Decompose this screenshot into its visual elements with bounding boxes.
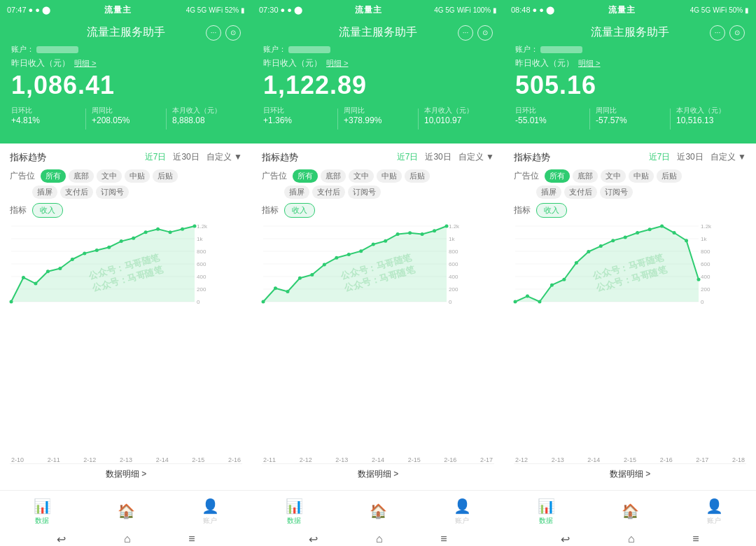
filter-tag-1[interactable]: 底部: [69, 169, 94, 183]
stat-divider: [85, 108, 86, 130]
filter-tag-4[interactable]: 后贴: [153, 169, 178, 183]
stat-label-0: 日环比: [11, 106, 80, 115]
scan-icon[interactable]: ⊙: [477, 25, 493, 41]
battery: 100% ▮: [473, 6, 497, 14]
nav-home[interactable]: 🏠: [588, 503, 672, 521]
detail-link[interactable]: 明细 >: [74, 58, 96, 69]
detail-link[interactable]: 明细 >: [578, 58, 600, 69]
data-detail-row[interactable]: 数据明细 >: [262, 463, 494, 483]
filter-tag-0[interactable]: 所有: [41, 169, 66, 183]
filter-tag2-1[interactable]: 支付后: [312, 186, 345, 199]
filter-tag-1[interactable]: 底部: [321, 169, 346, 183]
metric-tag[interactable]: 收入: [536, 203, 567, 218]
filter-tag-3[interactable]: 中贴: [377, 169, 402, 183]
stat-divider: [589, 108, 590, 130]
filter-tag-0[interactable]: 所有: [293, 169, 318, 183]
filter-tag2-1[interactable]: 支付后: [564, 186, 597, 199]
home-gesture[interactable]: ⌂: [124, 533, 131, 545]
tab-custom[interactable]: 自定义 ▼: [206, 151, 242, 163]
menu-gesture[interactable]: ≡: [188, 533, 195, 545]
menu-gesture[interactable]: ≡: [440, 533, 447, 545]
filter-tag2-0[interactable]: 插屏: [536, 186, 561, 199]
filter-tag-4[interactable]: 后贴: [657, 169, 682, 183]
tab-7day[interactable]: 近7日: [145, 150, 167, 164]
account-row: 账户：: [515, 44, 745, 55]
nav-data-icon: 📊: [286, 498, 303, 514]
svg-point-50: [335, 256, 338, 260]
back-gesture[interactable]: ↩: [561, 533, 570, 546]
detail-link[interactable]: 明细 >: [326, 58, 348, 69]
filter-tag2-0[interactable]: 插屏: [284, 186, 309, 199]
bottom-nav: 📊 数据 🏠 👤 账户: [0, 490, 252, 532]
back-gesture[interactable]: ↩: [57, 533, 66, 546]
svg-point-15: [22, 276, 25, 279]
tab-30day[interactable]: 近30日: [677, 150, 703, 164]
stat-label-2: 本月收入（元）: [172, 106, 241, 115]
content-section: 指标趋势 近7日 近30日 自定义 ▼ 广告位 所有 底部 文中 中贴: [0, 144, 252, 490]
wifi-icon: WiFi: [209, 6, 223, 14]
tab-30day[interactable]: 近30日: [425, 150, 451, 164]
metric-tag[interactable]: 收入: [284, 203, 315, 218]
home-gesture[interactable]: ⌂: [628, 533, 635, 545]
nav-data[interactable]: 📊 数据: [504, 498, 588, 526]
filter-tag2-2[interactable]: 订阅号: [96, 186, 129, 199]
svg-point-44: [262, 300, 265, 304]
svg-point-21: [95, 248, 99, 252]
svg-point-49: [323, 262, 326, 266]
svg-point-88: [685, 239, 688, 242]
section-title: 指标趋势: [10, 151, 46, 164]
more-icon[interactable]: ···: [710, 25, 725, 41]
date-label: 2-16: [660, 456, 673, 463]
nav-account[interactable]: 👤 账户: [420, 498, 504, 526]
more-icon[interactable]: ···: [458, 25, 473, 41]
filter-tag-0[interactable]: 所有: [545, 169, 570, 183]
filter-tag2-0[interactable]: 插屏: [32, 186, 57, 199]
svg-point-14: [10, 300, 13, 304]
filter-tag2-2[interactable]: 订阅号: [348, 186, 381, 199]
back-gesture[interactable]: ↩: [309, 533, 318, 546]
filter-tag-3[interactable]: 中贴: [125, 169, 150, 183]
metric-label: 指标: [514, 204, 531, 216]
filter-tag-2[interactable]: 文中: [601, 169, 626, 183]
nav-data[interactable]: 📊 数据: [0, 498, 84, 526]
tab-30day[interactable]: 近30日: [173, 150, 199, 164]
filter-tag-3[interactable]: 中贴: [629, 169, 654, 183]
filter-tag-2[interactable]: 文中: [97, 169, 122, 183]
date-label: 2-13: [120, 456, 132, 463]
tab-custom[interactable]: 自定义 ▼: [458, 151, 494, 163]
network-logo: 流量主: [355, 4, 382, 16]
big-number: 505.16: [515, 71, 745, 100]
date-label: 2-11: [48, 456, 60, 463]
filter-tag-1[interactable]: 底部: [573, 169, 598, 183]
data-detail-row[interactable]: 数据明细 >: [514, 463, 746, 483]
nav-home[interactable]: 🏠: [336, 503, 420, 521]
more-icon[interactable]: ···: [206, 25, 221, 41]
tab-7day[interactable]: 近7日: [397, 150, 419, 164]
tab-7day[interactable]: 近7日: [649, 150, 671, 164]
metric-tag[interactable]: 收入: [32, 203, 63, 218]
network-type: 4G 5G: [434, 6, 454, 14]
filter-tag2-2[interactable]: 订阅号: [600, 186, 633, 199]
nav-account[interactable]: 👤 账户: [168, 498, 252, 526]
scan-icon[interactable]: ⊙: [225, 25, 241, 41]
tab-custom[interactable]: 自定义 ▼: [710, 151, 746, 163]
nav-account[interactable]: 👤 账户: [672, 498, 756, 526]
scan-icon[interactable]: ⊙: [729, 25, 745, 41]
status-time: 07:30 ● ● ⬤: [259, 6, 302, 15]
filter-tag-4[interactable]: 后贴: [405, 169, 430, 183]
app-title-row: 流量主服务助手 ··· ⊙: [515, 25, 745, 40]
app-title: 流量主服务助手: [591, 25, 669, 40]
nav-home[interactable]: 🏠: [84, 503, 168, 521]
home-gesture[interactable]: ⌂: [376, 533, 383, 545]
filter-tag2-1[interactable]: 支付后: [60, 186, 93, 199]
section-row: 指标趋势 近7日 近30日 自定义 ▼: [262, 150, 494, 164]
app-icons: ··· ⊙: [710, 25, 745, 41]
menu-gesture[interactable]: ≡: [692, 533, 699, 545]
data-detail-row[interactable]: 数据明细 >: [10, 463, 242, 483]
nav-data[interactable]: 📊 数据: [252, 498, 336, 526]
date-label: 2-17: [480, 456, 493, 463]
svg-point-79: [575, 261, 578, 265]
svg-point-25: [144, 230, 148, 234]
stat-value-1: +378.99%: [344, 115, 412, 125]
filter-tag-2[interactable]: 文中: [349, 169, 374, 183]
